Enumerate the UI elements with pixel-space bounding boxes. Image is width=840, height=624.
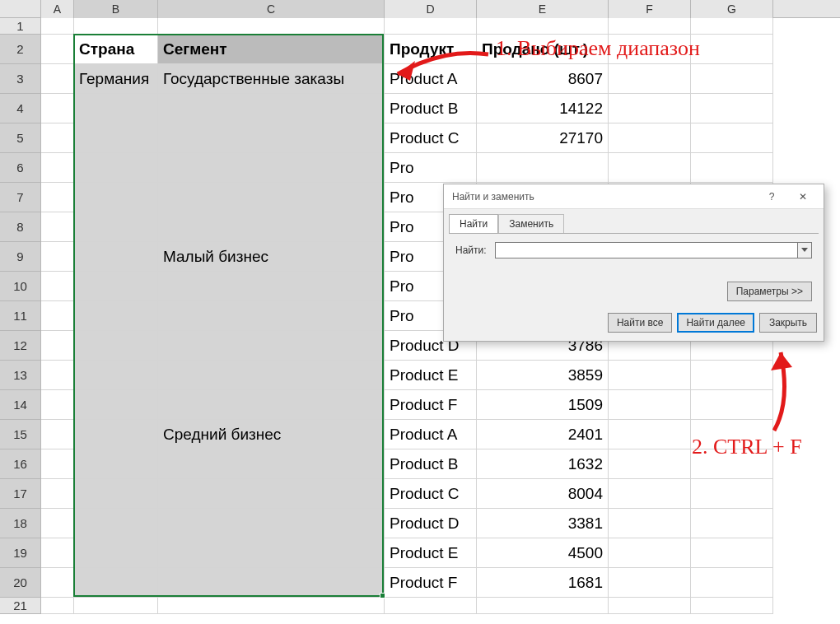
cell-F20[interactable] bbox=[609, 568, 691, 598]
cell-D1[interactable] bbox=[385, 18, 477, 35]
row-header-14[interactable]: 14 bbox=[0, 390, 41, 420]
tab-replace[interactable]: Заменить bbox=[498, 214, 564, 233]
cell-B7[interactable] bbox=[74, 183, 158, 212]
cell-D5[interactable]: Product C bbox=[385, 123, 477, 153]
cell-A8[interactable] bbox=[41, 212, 74, 242]
cell-C11[interactable] bbox=[158, 301, 385, 331]
cell-G13[interactable] bbox=[691, 361, 773, 390]
cell-A21[interactable] bbox=[41, 598, 74, 614]
cell-C20[interactable] bbox=[158, 568, 385, 598]
cell-F18[interactable] bbox=[609, 509, 691, 538]
cell-D13[interactable]: Product E bbox=[385, 361, 477, 390]
find-dropdown-icon[interactable] bbox=[797, 242, 812, 258]
cell-F1[interactable] bbox=[609, 18, 691, 35]
cell-F3[interactable] bbox=[609, 64, 691, 94]
select-all-corner[interactable] bbox=[0, 0, 41, 18]
cell-B14[interactable] bbox=[74, 390, 158, 420]
cell-E13[interactable]: 3859 bbox=[477, 361, 609, 390]
row-header-12[interactable]: 12 bbox=[0, 331, 41, 361]
cell-E4[interactable]: 14122 bbox=[477, 94, 609, 123]
cell-E5[interactable]: 27170 bbox=[477, 123, 609, 153]
cell-D3[interactable]: Product A bbox=[385, 64, 477, 94]
cell-B6[interactable] bbox=[74, 153, 158, 183]
cell-A19[interactable] bbox=[41, 538, 74, 568]
row-header-17[interactable]: 17 bbox=[0, 479, 41, 509]
close-icon[interactable]: ✕ bbox=[787, 186, 819, 207]
cell-D14[interactable]: Product F bbox=[385, 390, 477, 420]
row-header-19[interactable]: 19 bbox=[0, 538, 41, 568]
row-header-10[interactable]: 10 bbox=[0, 272, 41, 301]
col-header-B[interactable]: B bbox=[74, 0, 158, 18]
cell-A9[interactable] bbox=[41, 242, 74, 272]
cell-G20[interactable] bbox=[691, 568, 773, 598]
fill-handle[interactable] bbox=[380, 593, 385, 598]
cell-B5[interactable] bbox=[74, 123, 158, 153]
cell-A17[interactable] bbox=[41, 479, 74, 509]
cell-A13[interactable] bbox=[41, 361, 74, 390]
find-input[interactable] bbox=[495, 242, 797, 258]
cell-G17[interactable] bbox=[691, 479, 773, 509]
col-header-D[interactable]: D bbox=[385, 0, 477, 18]
cell-C19[interactable] bbox=[158, 538, 385, 568]
cell-F15[interactable] bbox=[609, 420, 691, 449]
cell-A6[interactable] bbox=[41, 153, 74, 183]
cell-D20[interactable]: Product F bbox=[385, 568, 477, 598]
cell-C17[interactable] bbox=[158, 479, 385, 509]
cell-E21[interactable] bbox=[477, 598, 609, 614]
cell-E3[interactable]: 8607 bbox=[477, 64, 609, 94]
cell-B8[interactable] bbox=[74, 212, 158, 242]
cell-C8[interactable] bbox=[158, 212, 385, 242]
cell-C7[interactable] bbox=[158, 183, 385, 212]
cell-B1[interactable] bbox=[74, 18, 158, 35]
row-header-21[interactable]: 21 bbox=[0, 598, 41, 614]
cell-D17[interactable]: Product C bbox=[385, 479, 477, 509]
col-header-A[interactable]: A bbox=[41, 0, 74, 18]
cell-A14[interactable] bbox=[41, 390, 74, 420]
cell-E20[interactable]: 1681 bbox=[477, 568, 609, 598]
row-header-11[interactable]: 11 bbox=[0, 301, 41, 331]
cell-A2[interactable] bbox=[41, 35, 74, 64]
cell-D21[interactable] bbox=[385, 598, 477, 614]
cell-C12[interactable] bbox=[158, 331, 385, 361]
cell-A4[interactable] bbox=[41, 94, 74, 123]
cell-E6[interactable] bbox=[477, 153, 609, 183]
cell-B3[interactable]: Германия bbox=[74, 64, 158, 94]
cell-A5[interactable] bbox=[41, 123, 74, 153]
cell-B11[interactable] bbox=[74, 301, 158, 331]
cell-G19[interactable] bbox=[691, 538, 773, 568]
cell-B10[interactable] bbox=[74, 272, 158, 301]
cell-A11[interactable] bbox=[41, 301, 74, 331]
cell-E19[interactable]: 4500 bbox=[477, 538, 609, 568]
cell-C2[interactable]: Сегмент bbox=[158, 35, 385, 64]
cell-C18[interactable] bbox=[158, 509, 385, 538]
col-header-C[interactable]: C bbox=[158, 0, 385, 18]
col-header-F[interactable]: F bbox=[609, 0, 691, 18]
cell-D2[interactable]: Продукт bbox=[385, 35, 477, 64]
row-header-4[interactable]: 4 bbox=[0, 94, 41, 123]
cell-C14[interactable] bbox=[158, 390, 385, 420]
cell-D18[interactable]: Product D bbox=[385, 509, 477, 538]
cell-G21[interactable] bbox=[691, 598, 773, 614]
cell-C10[interactable] bbox=[158, 272, 385, 301]
cell-F16[interactable] bbox=[609, 449, 691, 479]
find-all-button[interactable]: Найти все bbox=[608, 313, 673, 333]
row-header-2[interactable]: 2 bbox=[0, 35, 41, 64]
cell-F17[interactable] bbox=[609, 479, 691, 509]
row-header-16[interactable]: 16 bbox=[0, 449, 41, 479]
cell-G3[interactable] bbox=[691, 64, 773, 94]
cell-A7[interactable] bbox=[41, 183, 74, 212]
cell-B15[interactable] bbox=[74, 420, 158, 449]
cell-C4[interactable] bbox=[158, 94, 385, 123]
cell-C13[interactable] bbox=[158, 361, 385, 390]
cell-G14[interactable] bbox=[691, 390, 773, 420]
cell-F14[interactable] bbox=[609, 390, 691, 420]
close-button[interactable]: Закрыть bbox=[759, 313, 817, 333]
cell-E14[interactable]: 1509 bbox=[477, 390, 609, 420]
row-header-20[interactable]: 20 bbox=[0, 568, 41, 598]
tab-find[interactable]: Найти bbox=[449, 214, 498, 233]
col-header-G[interactable]: G bbox=[691, 0, 773, 18]
cell-A15[interactable] bbox=[41, 420, 74, 449]
row-header-1[interactable]: 1 bbox=[0, 18, 41, 35]
cell-F13[interactable] bbox=[609, 361, 691, 390]
cell-F6[interactable] bbox=[609, 153, 691, 183]
